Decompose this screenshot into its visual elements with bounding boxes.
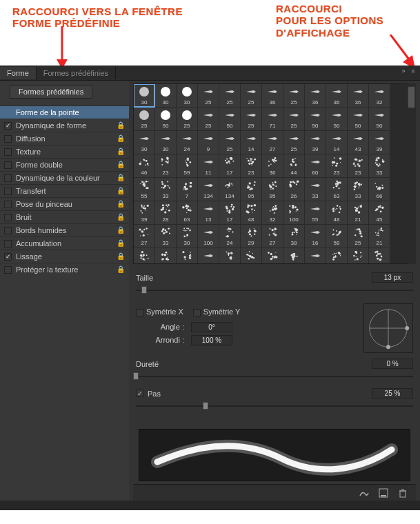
brush-swatch[interactable]: 59	[177, 154, 197, 177]
brush-swatch[interactable]: 27	[262, 225, 283, 248]
option-row[interactable]: Bruit🔒	[0, 210, 129, 223]
brush-swatch[interactable]: 25	[198, 248, 219, 264]
brush-swatch[interactable]: 14	[326, 131, 347, 154]
option-row[interactable]: Transfert🔒	[0, 184, 129, 197]
brush-swatch[interactable]: 50	[369, 108, 390, 130]
brush-swatch[interactable]: 63	[326, 178, 347, 201]
brush-swatch[interactable]: 25	[177, 108, 197, 130]
round-value[interactable]: 100 %	[191, 335, 232, 345]
brush-swatch[interactable]: 33	[348, 178, 368, 201]
brush-swatch[interactable]: 33	[155, 178, 176, 201]
lock-icon[interactable]: 🔒	[117, 252, 125, 261]
brush-swatch[interactable]: 25	[241, 108, 261, 130]
brush-swatch[interactable]: 25	[219, 131, 240, 154]
checkbox[interactable]	[4, 174, 12, 182]
checkbox[interactable]	[4, 148, 12, 156]
brush-swatch[interactable]: 25	[134, 108, 154, 130]
brush-swatch[interactable]: 66	[369, 178, 390, 201]
new-brush-icon[interactable]	[377, 487, 390, 499]
angle-value[interactable]: 0°	[191, 322, 232, 332]
brush-swatch[interactable]: 36	[262, 154, 283, 177]
option-row[interactable]: Bords humides🔒	[0, 223, 129, 236]
sym-x[interactable]: Symétrie X	[136, 308, 183, 316]
brush-swatch[interactable]: 29	[241, 225, 261, 248]
brush-swatch[interactable]: 134	[219, 178, 240, 201]
brush-swatch[interactable]: 30	[177, 225, 197, 248]
brush-swatch[interactable]: 23	[348, 154, 368, 177]
brush-swatch[interactable]: 13	[198, 201, 219, 224]
brush-swatch[interactable]: 46	[134, 154, 154, 177]
hard-value[interactable]: 0 %	[372, 359, 413, 369]
brush-swatch[interactable]: 30	[134, 84, 154, 107]
brush-swatch[interactable]: 95	[241, 178, 261, 201]
lock-icon[interactable]: 🔒	[117, 200, 125, 208]
option-row[interactable]: Accumulation🔒	[0, 236, 129, 250]
brush-swatch[interactable]: 32	[369, 84, 390, 107]
brush-swatch[interactable]: 45	[283, 248, 304, 264]
brush-swatch[interactable]: 50	[305, 108, 326, 130]
brush-swatch[interactable]: 14	[241, 131, 261, 154]
checkbox[interactable]	[4, 122, 12, 130]
lock-icon[interactable]: 🔒	[117, 174, 125, 182]
brush-swatch[interactable]: 50	[326, 108, 347, 130]
brush-swatch[interactable]: 21	[348, 201, 368, 224]
lock-icon[interactable]: 🔒	[117, 134, 125, 143]
brush-swatch[interactable]: 38	[283, 225, 304, 248]
brush-swatch[interactable]: 33	[369, 154, 390, 177]
checkbox[interactable]	[4, 201, 12, 208]
brush-swatch[interactable]: 25	[348, 225, 368, 248]
brush-swatch[interactable]: 50	[219, 108, 240, 130]
brush-swatch[interactable]: 25	[283, 131, 304, 154]
brush-swatch[interactable]: 36	[262, 84, 283, 107]
tab-forme[interactable]: Forme	[0, 67, 37, 79]
brush-swatch[interactable]: 36	[305, 84, 326, 107]
brush-swatch[interactable]: 39	[369, 131, 390, 154]
brush-swatch[interactable]: 8	[369, 248, 390, 264]
brush-scrollbar[interactable]	[407, 83, 416, 264]
brush-swatch[interactable]: 25	[305, 248, 326, 264]
brush-swatch[interactable]: 32	[262, 201, 283, 224]
size-slider[interactable]	[136, 285, 413, 295]
brush-swatch[interactable]: 36	[348, 84, 368, 107]
brush-swatch[interactable]: 25	[283, 84, 304, 107]
step-value[interactable]: 25 %	[372, 388, 413, 399]
option-row[interactable]: Texture🔒	[0, 145, 129, 158]
sym-y[interactable]: Symétrie Y	[193, 308, 241, 316]
brush-swatch[interactable]: 30	[155, 84, 176, 107]
brush-swatch[interactable]: 30	[262, 248, 283, 264]
brush-swatch[interactable]: 27	[262, 131, 283, 154]
brush-swatch[interactable]: 16	[305, 225, 326, 248]
brush-swatch[interactable]: 21	[369, 225, 390, 248]
lock-icon[interactable]: 🔒	[117, 239, 125, 248]
brush-swatch[interactable]: 39	[305, 131, 326, 154]
brush-swatch[interactable]: 55	[134, 178, 154, 201]
brush-swatch[interactable]: 24	[219, 225, 240, 248]
step-label[interactable]: Pas	[148, 390, 161, 398]
brush-swatch[interactable]: 17	[219, 201, 240, 224]
checkbox[interactable]	[4, 266, 12, 274]
brush-swatch[interactable]: 95	[262, 178, 283, 201]
brush-swatch[interactable]: 50	[348, 108, 368, 130]
lock-icon[interactable]: 🔒	[117, 148, 125, 156]
brush-swatch[interactable]: 23	[326, 154, 347, 177]
brush-swatch[interactable]: 7	[177, 178, 197, 201]
brush-swatch[interactable]: 71	[262, 108, 283, 130]
option-row[interactable]: Forme double🔒	[0, 158, 129, 171]
brush-swatch[interactable]: 25	[348, 248, 368, 264]
brush-swatch[interactable]: 30	[134, 131, 154, 154]
angle-compass[interactable]	[363, 303, 413, 353]
menu-icon[interactable]: ≡	[409, 67, 417, 75]
toggle-preview-icon[interactable]	[358, 487, 370, 499]
option-row[interactable]: Dynamique de la couleur🔒	[0, 171, 129, 184]
brush-swatch[interactable]: 25	[177, 248, 197, 264]
checkbox[interactable]	[4, 161, 12, 169]
lock-icon[interactable]: 🔒	[117, 213, 125, 221]
brush-swatch[interactable]: 23	[155, 154, 176, 177]
option-row[interactable]: Forme de la pointe	[0, 105, 129, 119]
lock-icon[interactable]: 🔒	[117, 121, 125, 130]
brush-swatch[interactable]: 25	[241, 84, 261, 107]
lock-icon[interactable]: 🔒	[117, 226, 125, 234]
brush-swatch[interactable]: 134	[198, 178, 219, 201]
preset-shapes-button[interactable]: Formes prédéfinies	[10, 85, 92, 99]
brush-swatch[interactable]: 33	[155, 225, 176, 248]
